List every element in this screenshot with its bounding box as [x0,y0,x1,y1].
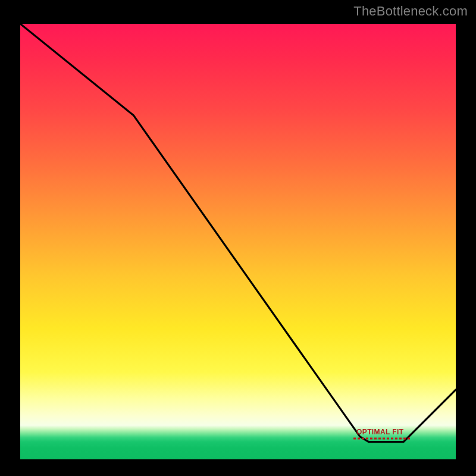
chart-stage: TheBottleneck.com OPTIMAL FIT [0,0,476,476]
optimal-fit-label: OPTIMAL FIT [356,428,404,436]
series-curve [20,24,456,442]
watermark-text: TheBottleneck.com [353,4,468,19]
plot-area: OPTIMAL FIT [18,21,458,462]
line-chart [20,24,456,459]
